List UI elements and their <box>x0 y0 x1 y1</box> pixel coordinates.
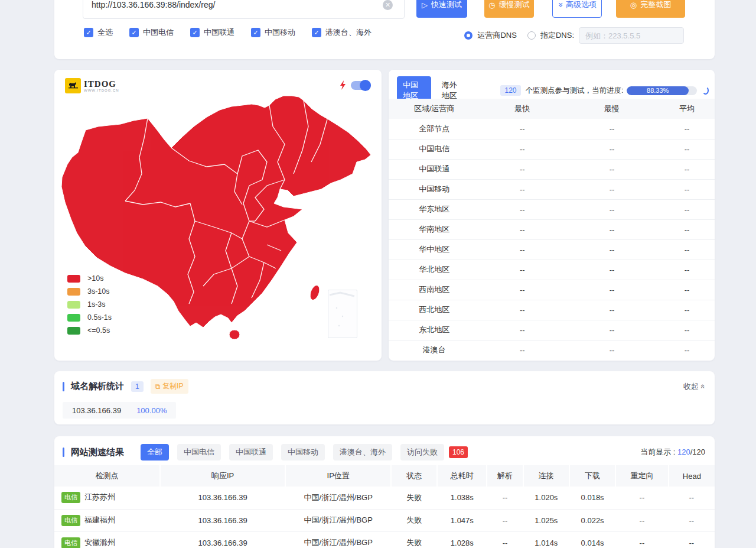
response-ip: 103.36.166.39 <box>160 531 285 548</box>
map-animation-toggle[interactable] <box>351 81 371 90</box>
custom-dns-radio[interactable] <box>527 31 536 40</box>
table-row: 华北地区------ <box>389 260 715 280</box>
carrier-badge: 电信 <box>61 515 80 526</box>
region-value: -- <box>659 219 715 239</box>
region-name: 中国移动 <box>389 179 480 199</box>
region-value: -- <box>565 119 659 139</box>
checkbox-item[interactable]: ✓全选 <box>84 27 113 38</box>
filter-button[interactable]: 访问失败 <box>400 444 444 461</box>
region-value: -- <box>480 280 565 300</box>
connect-time: 1.014s <box>523 531 569 548</box>
hainan-island[interactable] <box>229 330 240 339</box>
region-table-header: 区域/运营商最快最慢平均 <box>389 99 715 119</box>
bolt-icon <box>340 80 346 90</box>
collapse-button[interactable]: 收起 « <box>683 381 705 392</box>
column-header: 响应IP <box>160 465 285 487</box>
carrier-dns-radio[interactable] <box>464 31 472 40</box>
region-value: -- <box>565 260 659 280</box>
region-value: -- <box>659 320 715 340</box>
checkbox-checked-icon[interactable]: ✓ <box>84 28 93 37</box>
table-row: 电信江苏苏州103.36.166.39中国/浙江/温州/BGP失败1.038s-… <box>54 487 715 509</box>
status: 失败 <box>391 509 437 531</box>
column-header: 最慢 <box>565 99 659 119</box>
monitor-count-badge: 120 <box>500 85 520 96</box>
region-value: -- <box>480 320 565 340</box>
status: 失败 <box>391 531 437 548</box>
legend-item: >10s <box>67 272 112 285</box>
column-header: 连接 <box>523 465 569 487</box>
region-value: -- <box>480 340 565 360</box>
taiwan-island[interactable] <box>308 284 321 301</box>
legend-label: <=0.5s <box>87 326 110 335</box>
tab-overseas-region[interactable]: 海外地区 <box>442 80 464 101</box>
checkbox-checked-icon[interactable]: ✓ <box>129 28 139 37</box>
dns-stats-card: 域名解析统计 1 ⧉ 复制IP 收起 « 103.36.166.39 100.0… <box>54 371 715 424</box>
table-row: 全部节点------ <box>389 119 715 139</box>
column-header: 最快 <box>480 99 565 119</box>
legend-swatch <box>67 314 80 322</box>
region-value: -- <box>659 139 715 159</box>
region-name: 华中地区 <box>389 239 480 260</box>
copy-icon: ⧉ <box>155 382 161 391</box>
region-name: 华东地区 <box>389 199 480 219</box>
clock-icon: ◷ <box>488 1 495 9</box>
column-header: 下载 <box>569 465 615 487</box>
filter-button[interactable]: 中国联通 <box>229 444 273 461</box>
checkbox-item[interactable]: ✓中国联通 <box>190 27 234 38</box>
checkbox-checked-icon[interactable]: ✓ <box>190 28 200 37</box>
filter-button[interactable]: 中国电信 <box>177 444 221 461</box>
region-name: 华南地区 <box>389 219 480 239</box>
legend-label: 1s-3s <box>87 300 106 309</box>
region-value: -- <box>565 139 659 159</box>
legend-label: 0.5s-1s <box>87 313 112 322</box>
region-value: -- <box>659 159 715 179</box>
checkbox-label: 中国电信 <box>143 27 174 38</box>
status: 失败 <box>391 487 437 509</box>
redirect-time: -- <box>615 487 668 509</box>
checkbox-item[interactable]: ✓中国移动 <box>251 27 295 38</box>
checkbox-checked-icon[interactable]: ✓ <box>251 28 260 37</box>
clear-input-icon[interactable]: ✕ <box>383 0 393 10</box>
filter-button[interactable]: 全部 <box>141 444 169 461</box>
ip-location: 中国/浙江/温州/BGP <box>285 487 391 509</box>
chevrons-down-icon: « <box>555 2 565 7</box>
node-cell: 电信福建福州 <box>54 509 160 531</box>
quick-test-button[interactable]: ▷ 快速测试 <box>416 0 467 18</box>
slow-test-button[interactable]: ◷ 缓慢测试 <box>484 0 534 18</box>
table-row: 西北地区------ <box>389 300 715 320</box>
region-value: -- <box>659 199 715 219</box>
region-value: -- <box>480 119 565 139</box>
ip-location: 中国/浙江/温州/BGP <box>285 531 391 548</box>
full-screenshot-button[interactable]: ◎ 完整截图 <box>616 0 685 18</box>
checkbox-item[interactable]: ✓港澳台、海外 <box>312 27 372 38</box>
advanced-options-button[interactable]: « 高级选项 <box>552 0 602 18</box>
filter-button[interactable]: 中国移动 <box>281 444 325 461</box>
region-value: -- <box>565 300 659 320</box>
column-header: 平均 <box>659 99 715 119</box>
section-accent-bar <box>63 448 64 457</box>
checkbox-group: ✓全选✓中国电信✓中国联通✓中国移动✓港澳台、海外 <box>84 27 372 38</box>
total-time: 1.038s <box>437 487 487 509</box>
checkbox-checked-icon[interactable]: ✓ <box>312 28 321 37</box>
region-value: -- <box>480 260 565 280</box>
head-time: -- <box>669 531 715 548</box>
copy-ip-button[interactable]: ⧉ 复制IP <box>151 379 188 394</box>
resolved-ip: 103.36.166.39 <box>72 406 121 415</box>
table-row: 西南地区------ <box>389 280 715 300</box>
custom-dns-input[interactable] <box>579 27 684 44</box>
table-row: 中国移动------ <box>389 179 715 199</box>
head-time: -- <box>669 509 715 531</box>
resolve-time: -- <box>487 487 523 509</box>
region-name: 港澳台 <box>389 340 480 360</box>
checkbox-item[interactable]: ✓中国电信 <box>129 27 174 38</box>
resolved-ip-chip[interactable]: 103.36.166.39 100.00% <box>63 402 176 419</box>
resolve-time: -- <box>487 509 523 531</box>
display-count-total: /120 <box>690 448 705 456</box>
legend-item: 3s-10s <box>67 285 112 298</box>
results-table-body: 电信江苏苏州103.36.166.39中国/浙江/温州/BGP失败1.038s-… <box>54 487 715 548</box>
logo-title: ITDOG <box>84 80 119 89</box>
collapse-label: 收起 <box>683 381 699 392</box>
filter-button[interactable]: 港澳台、海外 <box>333 444 392 461</box>
url-input[interactable] <box>83 0 405 19</box>
dns-options: 运营商DNS 指定DNS: <box>464 27 684 44</box>
